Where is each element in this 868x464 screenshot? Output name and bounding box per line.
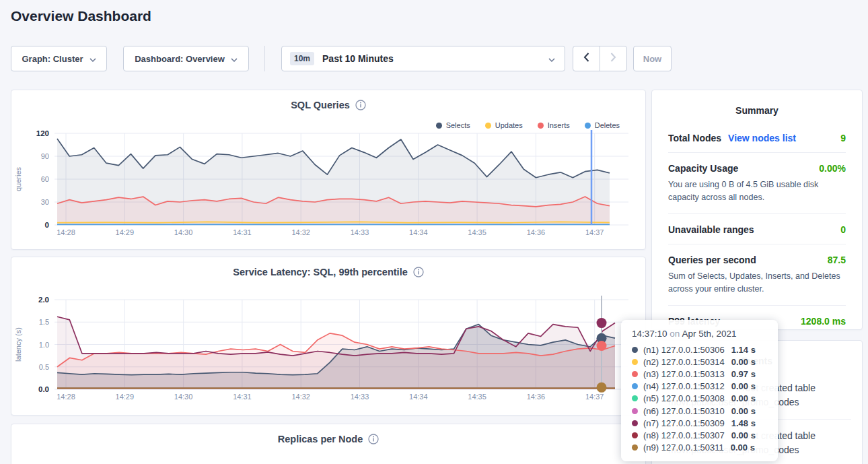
svg-text:14:33: 14:33 (351, 228, 369, 236)
summary-panel: Summary Total Nodes View nodes list 9 Ca… (651, 90, 863, 330)
info-icon[interactable] (355, 100, 366, 110)
svg-text:14:31: 14:31 (233, 228, 252, 236)
inserts-dot-icon (538, 123, 544, 129)
summary-title: Summary (652, 90, 862, 116)
svg-text:14:32: 14:32 (291, 228, 310, 236)
svg-text:14:33: 14:33 (351, 393, 369, 401)
svg-text:queries: queries (14, 166, 22, 191)
node-color-dot-icon (632, 444, 638, 451)
tooltip-row: (n6) 127.0.0.1:503100.00 s (632, 405, 767, 417)
summary-item-capacity: Capacity Usage 0.00% You are using 0 B o… (668, 153, 846, 214)
chevron-right-icon (610, 53, 616, 65)
svg-text:14:30: 14:30 (174, 393, 193, 401)
svg-text:latency (s): latency (s) (14, 327, 22, 362)
svg-text:14:37: 14:37 (585, 228, 604, 236)
svg-text:2.0: 2.0 (38, 296, 49, 304)
svg-text:14:29: 14:29 (116, 393, 135, 401)
svg-text:1.5: 1.5 (39, 318, 49, 326)
sql-queries-chart[interactable]: 14:2814:2914:3014:3114:3214:3314:3414:35… (11, 130, 645, 244)
prev-time-button[interactable] (573, 46, 600, 71)
summary-value: 0.00% (819, 163, 846, 174)
svg-text:0.0: 0.0 (38, 385, 49, 393)
node-color-dot-icon (632, 359, 638, 365)
summary-desc: Sum of Selects, Updates, Inserts, and De… (668, 270, 846, 296)
next-time-button[interactable] (600, 46, 626, 71)
svg-text:90: 90 (41, 152, 49, 160)
tooltip-row: (n3) 127.0.0.1:503130.97 s (632, 368, 767, 380)
service-latency-card: Service Latency: SQL, 99th percentile 14… (11, 257, 646, 416)
summary-label: Capacity Usage (668, 163, 738, 174)
svg-text:14:28: 14:28 (57, 228, 75, 236)
svg-text:14:32: 14:32 (291, 393, 310, 401)
legend-item-inserts[interactable]: Inserts (538, 121, 570, 129)
svg-text:14:35: 14:35 (468, 228, 486, 236)
summary-item-total-nodes: Total Nodes View nodes list 9 (668, 123, 846, 153)
node-color-dot-icon (632, 347, 638, 353)
summary-label: Unavailable ranges (668, 224, 754, 235)
svg-text:14:36: 14:36 (527, 393, 546, 401)
chevron-down-icon (548, 53, 555, 65)
graph-dropdown[interactable]: Graph: Cluster (11, 46, 107, 71)
info-icon[interactable] (413, 267, 424, 277)
dashboard-dropdown-label: Dashboard: Overview (135, 54, 225, 64)
legend-item-updates[interactable]: Updates (485, 121, 523, 129)
svg-text:0.5: 0.5 (39, 363, 49, 371)
chart-title: Service Latency: SQL, 99th percentile (233, 267, 408, 277)
legend-label: Selects (446, 121, 470, 129)
svg-text:14:35: 14:35 (468, 393, 486, 401)
selects-dot-icon (436, 123, 442, 129)
info-icon[interactable] (368, 434, 379, 444)
chart-title: SQL Queries (291, 100, 350, 110)
legend-label: Deletes (595, 121, 620, 129)
chart-hover-tooltip: 14:37:10 on Apr 5th, 2021 (n1) 127.0.0.1… (621, 320, 778, 461)
node-color-dot-icon (632, 420, 638, 426)
dashboard-dropdown[interactable]: Dashboard: Overview (123, 46, 249, 71)
summary-label: Queries per second (668, 255, 756, 265)
summary-item-qps: Queries per second 87.5 Sum of Selects, … (668, 244, 846, 306)
summary-label: Total Nodes (668, 133, 721, 143)
legend-label: Inserts (548, 121, 570, 129)
chevron-down-icon (89, 54, 96, 64)
tooltip-row: (n2) 127.0.0.1:503140.00 s (632, 356, 767, 368)
page-title: Overview Dashboard (11, 8, 151, 24)
view-nodes-link[interactable]: View nodes list (728, 133, 796, 143)
chart-legend: Selects Updates Inserts Deletes (436, 121, 620, 129)
node-color-dot-icon (632, 395, 638, 401)
updates-dot-icon (485, 123, 491, 129)
chart-title: Replicas per Node (278, 434, 363, 444)
tooltip-row: (n9) 127.0.0.1:503110.00 s (632, 442, 767, 454)
time-range-badge: 10m (290, 52, 314, 65)
now-button[interactable]: Now (633, 46, 672, 71)
svg-text:14:36: 14:36 (527, 228, 546, 236)
svg-text:14:29: 14:29 (116, 228, 135, 236)
legend-item-deletes[interactable]: Deletes (585, 121, 620, 129)
svg-text:14:37: 14:37 (585, 393, 604, 401)
summary-value: 0 (840, 224, 846, 235)
chevron-left-icon (583, 53, 589, 65)
node-color-dot-icon (632, 371, 638, 377)
svg-text:30: 30 (41, 198, 49, 206)
summary-value: 1208.0 ms (801, 316, 846, 327)
tooltip-row: (n1) 127.0.0.1:503061.14 s (632, 343, 767, 356)
svg-text:0: 0 (45, 221, 49, 229)
tooltip-row: (n4) 127.0.0.1:503120.00 s (632, 380, 767, 393)
deletes-dot-icon (585, 123, 591, 129)
node-color-dot-icon (632, 383, 638, 389)
tooltip-timestamp: 14:37:10 on Apr 5th, 2021 (632, 329, 767, 339)
summary-desc: You are using 0 B of 4.5 GiB usable disk… (668, 178, 846, 205)
legend-label: Updates (495, 121, 523, 129)
time-range-selector[interactable]: 10m Past 10 Minutes (281, 46, 565, 71)
svg-text:120: 120 (36, 130, 49, 137)
legend-item-selects[interactable]: Selects (436, 121, 470, 129)
svg-text:14:28: 14:28 (57, 393, 75, 401)
service-latency-chart[interactable]: 14:2814:2914:3014:3114:3214:3314:3414:35… (11, 287, 645, 412)
toolbar-divider (264, 46, 265, 71)
tooltip-row: (n8) 127.0.0.1:503070.00 s (632, 429, 767, 441)
svg-text:14:31: 14:31 (233, 393, 252, 401)
svg-text:60: 60 (41, 175, 49, 183)
tooltip-row: (n7) 127.0.0.1:503091.48 s (632, 417, 767, 429)
svg-text:14:34: 14:34 (409, 228, 428, 236)
time-range-label: Past 10 Minutes (322, 53, 394, 64)
svg-text:14:30: 14:30 (174, 228, 193, 236)
chevron-down-icon (231, 54, 238, 64)
